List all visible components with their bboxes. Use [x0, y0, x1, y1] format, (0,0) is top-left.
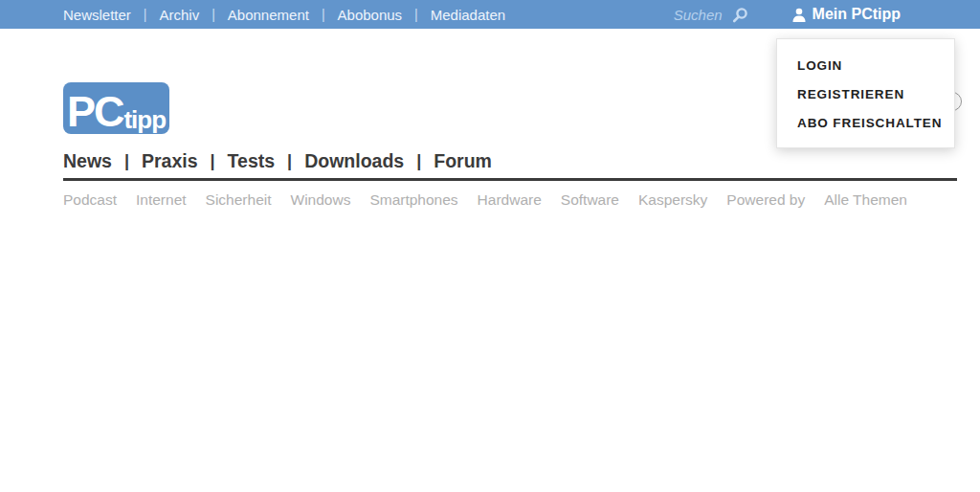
- account-label: Mein PCtipp: [813, 6, 901, 23]
- dropdown-item-registrieren[interactable]: REGISTRIEREN: [777, 80, 954, 109]
- topic-navigation: Podcast Internet Sicherheit Windows Smar…: [63, 191, 957, 209]
- topic-item-alle-themen[interactable]: Alle Themen: [824, 191, 907, 209]
- user-icon: [792, 8, 813, 22]
- account-menu-trigger[interactable]: Mein PCtipp: [792, 6, 901, 23]
- logo-text-tipp: tipp: [123, 110, 166, 130]
- separator: |: [287, 151, 292, 171]
- topic-item-software[interactable]: Software: [561, 191, 619, 209]
- search-icon: [732, 7, 748, 23]
- topic-item-kaspersky[interactable]: Kaspersky: [638, 191, 707, 209]
- topbar-link-mediadaten[interactable]: Mediadaten: [431, 7, 505, 23]
- topbar-link-abonnement[interactable]: Abonnement: [228, 7, 309, 23]
- topbar-link-abobonus[interactable]: Abobonus: [338, 7, 403, 23]
- account-dropdown: LOGIN REGISTRIEREN ABO FREISCHALTEN: [776, 38, 955, 148]
- topic-item-sicherheit[interactable]: Sicherheit: [206, 191, 272, 209]
- nav-item-forum[interactable]: Forum: [434, 150, 492, 172]
- topbar-link-archiv[interactable]: Archiv: [160, 7, 200, 23]
- search-button[interactable]: [732, 7, 748, 23]
- nav-item-downloads[interactable]: Downloads: [304, 150, 404, 172]
- nav-divider: [63, 178, 957, 181]
- topbar-link-newsletter[interactable]: Newsletter: [63, 7, 131, 23]
- main-navigation: News | Praxis | Tests | Downloads | Foru…: [63, 150, 957, 172]
- topic-item-podcast[interactable]: Podcast: [63, 191, 117, 209]
- logo-text-pc: PC: [67, 95, 123, 130]
- topbar: Newsletter | Archiv | Abonnement | Abobo…: [0, 0, 980, 29]
- search-input[interactable]: [632, 7, 723, 23]
- separator: |: [416, 151, 421, 171]
- separator: |: [211, 151, 215, 171]
- topbar-nav: Newsletter | Archiv | Abonnement | Abobo…: [63, 7, 505, 23]
- topic-item-windows[interactable]: Windows: [291, 191, 351, 209]
- dropdown-item-abo-freischalten[interactable]: ABO FREISCHALTEN: [777, 109, 954, 138]
- separator: |: [212, 7, 215, 22]
- nav-item-tests[interactable]: Tests: [228, 150, 276, 172]
- separator: |: [144, 7, 147, 22]
- topic-item-internet[interactable]: Internet: [136, 191, 187, 209]
- nav-item-praxis[interactable]: Praxis: [142, 150, 198, 172]
- topic-item-powered-by[interactable]: Powered by: [726, 191, 805, 209]
- topic-item-smartphones[interactable]: Smartphones: [369, 191, 457, 209]
- nav-item-news[interactable]: News: [63, 150, 112, 172]
- separator: |: [414, 7, 418, 22]
- topic-item-hardware[interactable]: Hardware: [478, 191, 542, 209]
- separator: |: [322, 7, 325, 22]
- dropdown-item-login[interactable]: LOGIN: [777, 52, 954, 80]
- pctipp-logo[interactable]: PC tipp: [63, 82, 169, 134]
- topbar-right-group: Mein PCtipp: [632, 6, 980, 23]
- separator: |: [124, 151, 129, 171]
